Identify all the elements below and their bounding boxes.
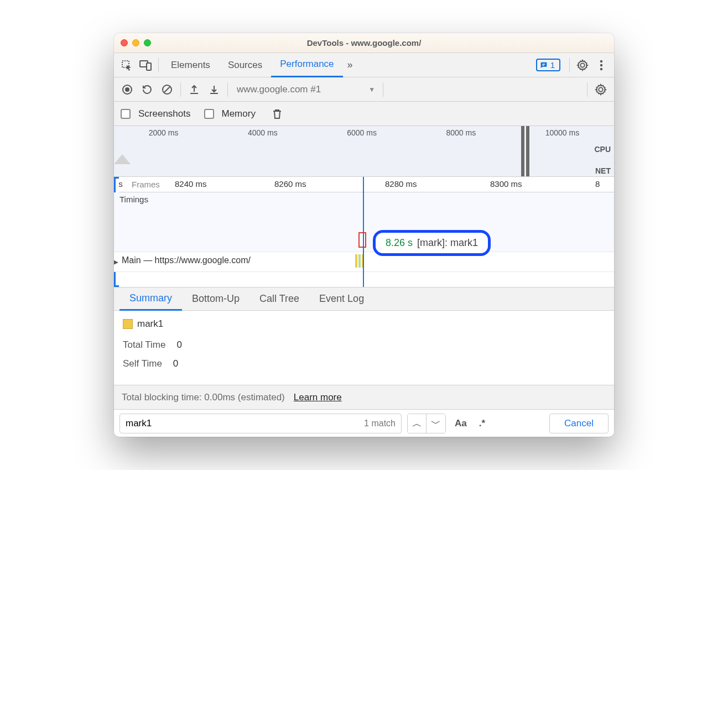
trash-icon[interactable] [269, 108, 285, 119]
record-icon[interactable] [117, 80, 137, 100]
cancel-button[interactable]: Cancel [549, 414, 609, 433]
tick: 6000 ms [347, 128, 377, 137]
settings-icon[interactable] [573, 56, 592, 75]
main-track[interactable]: ▶ Main — https://www.google.com/ [114, 252, 614, 272]
summary-name: mark1 [137, 318, 163, 330]
playhead[interactable] [363, 177, 364, 287]
expand-icon[interactable]: ▶ [114, 258, 118, 266]
self-time-value: 0 [173, 358, 178, 369]
capture-options: Screenshots Memory [114, 102, 614, 126]
search-bar: 1 match ︿ ﹀ Aa .* Cancel [114, 409, 614, 437]
tab-elements[interactable]: Elements [162, 53, 219, 77]
ruler-tick: 8300 ms [490, 179, 522, 189]
timings-track[interactable]: Timings [114, 192, 614, 252]
clear-icon[interactable] [157, 80, 177, 100]
recording-dropdown[interactable]: www.google.com #1 [231, 84, 330, 95]
search-match-count: 1 match [364, 419, 396, 428]
tab-summary[interactable]: Summary [119, 287, 182, 311]
perf-settings-icon[interactable] [591, 80, 611, 100]
svg-rect-3 [542, 64, 545, 64]
panel-tabs: Elements Sources Performance » 1 [114, 53, 614, 77]
device-toggle-icon[interactable] [136, 56, 155, 75]
svg-rect-4 [542, 65, 544, 65]
detail-ruler: ns Frames 8240 ms8260 ms8280 ms8300 ms8 [114, 177, 614, 192]
total-time-value: 0 [176, 339, 181, 351]
frames-label: Frames [126, 180, 160, 189]
download-icon[interactable] [204, 80, 224, 100]
timeline-overview[interactable]: 2000 ms 4000 ms 6000 ms 8000 ms 10000 ms… [114, 126, 614, 177]
window-title: DevTools - www.google.com/ [114, 38, 614, 48]
memory-label: Memory [222, 108, 256, 119]
titlebar: DevTools - www.google.com/ [114, 33, 614, 53]
more-tabs-icon[interactable]: » [343, 59, 357, 71]
flame-chart[interactable]: ns Frames 8240 ms8260 ms8280 ms8300 ms8 … [114, 177, 614, 287]
search-prev-icon[interactable]: ︿ [408, 414, 427, 433]
tick: 10000 ms [545, 128, 579, 137]
svg-line-11 [164, 87, 170, 92]
svg-rect-2 [147, 63, 151, 70]
inspect-icon[interactable] [117, 56, 136, 75]
cpu-label: CPU [594, 145, 611, 154]
cpu-spark [114, 148, 169, 164]
summary-panel: mark1 Total Time0 Self Time0 [114, 311, 614, 385]
tick: 4000 ms [248, 128, 278, 137]
svg-point-9 [125, 87, 129, 92]
ruler-tick: 8240 ms [175, 179, 207, 189]
recording-name: www.google.com #1 [237, 84, 321, 95]
ruler-tick: 8280 ms [385, 179, 417, 189]
svg-point-6 [600, 64, 602, 66]
tab-performance[interactable]: Performance [271, 53, 342, 77]
blocking-text: Total blocking time: 0.00ms (estimated) [122, 392, 285, 403]
learn-more-link[interactable]: Learn more [294, 392, 342, 403]
screenshots-checkbox[interactable] [121, 109, 131, 119]
color-swatch [123, 319, 133, 329]
memory-checkbox[interactable] [204, 109, 214, 119]
tick: 8000 ms [446, 128, 476, 137]
screenshots-label: Screenshots [138, 108, 191, 119]
search-input[interactable] [126, 418, 364, 429]
svg-point-7 [600, 67, 602, 70]
ruler-tick: 8 [595, 179, 600, 189]
detail-tabs: Summary Bottom-Up Call Tree Event Log [114, 287, 614, 311]
kebab-icon[interactable] [592, 56, 611, 75]
upload-icon[interactable] [184, 80, 204, 100]
devtools-window: DevTools - www.google.com/ Elements Sour… [114, 33, 614, 437]
tab-call-tree[interactable]: Call Tree [249, 287, 309, 311]
main-label: Main — https://www.google.com/ [122, 255, 251, 265]
search-next-icon[interactable]: ﹀ [427, 414, 445, 433]
search-input-wrap: 1 match [119, 414, 402, 433]
issues-count: 1 [550, 60, 555, 70]
perf-toolbar: www.google.com #1 ▼ [114, 77, 614, 102]
overview-ticks: 2000 ms 4000 ms 6000 ms 8000 ms 10000 ms [114, 126, 614, 137]
case-toggle[interactable]: Aa [451, 418, 470, 429]
search-nav: ︿ ﹀ [407, 414, 446, 433]
tab-bottom-up[interactable]: Bottom-Up [182, 287, 249, 311]
net-label: NET [595, 166, 611, 175]
blocking-bar: Total blocking time: 0.00ms (estimated) … [114, 385, 614, 409]
issues-button[interactable]: 1 [536, 59, 560, 71]
reload-icon[interactable] [137, 80, 157, 100]
tab-event-log[interactable]: Event Log [309, 287, 374, 311]
marker-tooltip: 8.26 s [mark]: mark1 [373, 230, 491, 256]
tooltip-label: [mark]: mark1 [417, 237, 478, 249]
tick: 2000 ms [149, 128, 179, 137]
total-time-label: Total Time [123, 339, 165, 351]
tooltip-time: 8.26 s [386, 237, 413, 249]
self-time-label: Self Time [123, 358, 162, 369]
timings-label: Timings [119, 195, 148, 204]
chevron-down-icon: ▼ [368, 86, 375, 93]
ruler-tick: 8260 ms [274, 179, 306, 189]
tab-sources[interactable]: Sources [219, 53, 271, 77]
timing-marker[interactable] [358, 232, 366, 248]
regex-toggle[interactable]: .* [476, 418, 488, 429]
svg-point-5 [600, 60, 602, 62]
selection-handle[interactable] [521, 126, 532, 176]
